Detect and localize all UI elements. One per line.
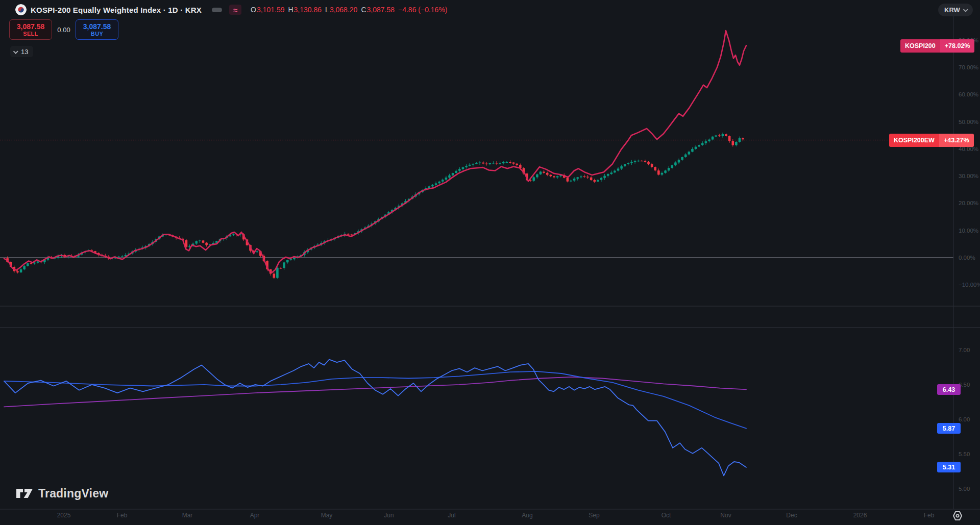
indicator-value-label-1[interactable]: 6.43 (937, 384, 961, 395)
high-label: H (288, 6, 293, 14)
south-korea-flag-icon (15, 4, 27, 15)
svg-text:6.00: 6.00 (959, 416, 970, 422)
svg-text:Feb: Feb (924, 512, 935, 519)
tradingview-logo-icon (15, 486, 34, 501)
kospi200-name: KOSPI200 (900, 39, 940, 53)
kospi200ew-price-label[interactable]: KOSPI200EW +43.27% (889, 134, 974, 147)
sell-button[interactable]: 3,087.58 SELL (9, 19, 52, 40)
high-value: 3,130.86 (294, 6, 322, 14)
tradingview-logo-text: TradingView (38, 487, 108, 501)
svg-text:20.00%: 20.00% (959, 200, 978, 206)
symbol-legend[interactable]: KOSPI-200 Equally Weighted Index · 1D · … (15, 3, 448, 16)
kospi200-change: +78.02% (940, 39, 975, 53)
symbol-title[interactable]: KOSPI-200 Equally Weighted Index · 1D · … (31, 6, 202, 14)
chart-window: −10.00%0.00%10.00%20.00%30.00%40.00%50.0… (0, 0, 980, 525)
svg-text:Feb: Feb (117, 512, 128, 519)
svg-text:2026: 2026 (853, 512, 867, 519)
svg-text:Mar: Mar (182, 512, 193, 519)
object-tree-count: 13 (21, 48, 28, 56)
svg-text:10.00%: 10.00% (959, 228, 978, 234)
open-value: 3,101.59 (257, 6, 285, 14)
currency-value: KRW (944, 6, 960, 14)
svg-text:0.00%: 0.00% (959, 255, 975, 261)
svg-text:Dec: Dec (786, 512, 797, 519)
svg-text:5.50: 5.50 (959, 451, 970, 457)
chevron-down-icon (963, 7, 968, 12)
change-value: −4.86 (−0.16%) (398, 6, 448, 14)
tradingview-logo[interactable]: TradingView (15, 486, 108, 501)
low-value: 3,068.20 (330, 6, 358, 14)
svg-text:Aug: Aug (522, 512, 532, 519)
svg-text:Sep: Sep (589, 512, 600, 519)
currency-selector[interactable]: KRW (938, 4, 973, 16)
svg-text:50.00%: 50.00% (959, 119, 978, 125)
close-value: 3,087.58 (367, 6, 395, 14)
svg-text:60.00%: 60.00% (959, 91, 978, 97)
trade-panel: 3,087.58 SELL 0.00 3,087.58 BUY (9, 19, 118, 40)
approx-price-icon: ≈ (229, 5, 241, 15)
indicator-value-label-3[interactable]: 5.31 (937, 462, 961, 472)
svg-text:Oct: Oct (662, 512, 671, 519)
kospi200ew-name: KOSPI200EW (889, 134, 939, 147)
low-label: L (325, 6, 329, 14)
buy-price: 3,087.58 (83, 22, 111, 31)
svg-text:30.00%: 30.00% (959, 173, 978, 179)
kospi200ew-change: +43.27% (939, 134, 974, 147)
sell-label: SELL (23, 31, 38, 37)
indicator-value-label-2[interactable]: 5.87 (937, 423, 961, 434)
ohlc-values: O3,101.59 H3,130.86 L3,068.20 C3,087.58 … (251, 6, 447, 14)
svg-text:Jun: Jun (384, 512, 394, 519)
svg-text:Apr: Apr (250, 512, 260, 519)
open-label: O (251, 6, 256, 14)
close-label: C (361, 6, 366, 14)
svg-text:May: May (321, 512, 333, 519)
buy-label: BUY (91, 31, 103, 37)
object-tree-toggle[interactable]: 13 (10, 46, 33, 57)
axis-settings-icon[interactable] (951, 510, 964, 522)
spread-value: 0.00 (52, 26, 76, 34)
svg-text:Nov: Nov (720, 512, 731, 519)
kospi200-price-label[interactable]: KOSPI200 +78.02% (900, 39, 974, 53)
buy-button[interactable]: 3,087.58 BUY (76, 19, 118, 40)
svg-text:−10.00%: −10.00% (959, 282, 980, 288)
svg-text:5.00: 5.00 (959, 486, 970, 492)
svg-text:2025: 2025 (57, 512, 71, 519)
chevron-down-icon (13, 48, 18, 54)
svg-text:70.00%: 70.00% (959, 64, 978, 70)
legend-collapse-icon[interactable] (212, 8, 222, 12)
svg-text:Jul: Jul (448, 512, 455, 519)
chart-canvas[interactable]: −10.00%0.00%10.00%20.00%30.00%40.00%50.0… (0, 0, 980, 525)
svg-text:7.00: 7.00 (959, 347, 970, 353)
sell-price: 3,087.58 (17, 22, 45, 31)
